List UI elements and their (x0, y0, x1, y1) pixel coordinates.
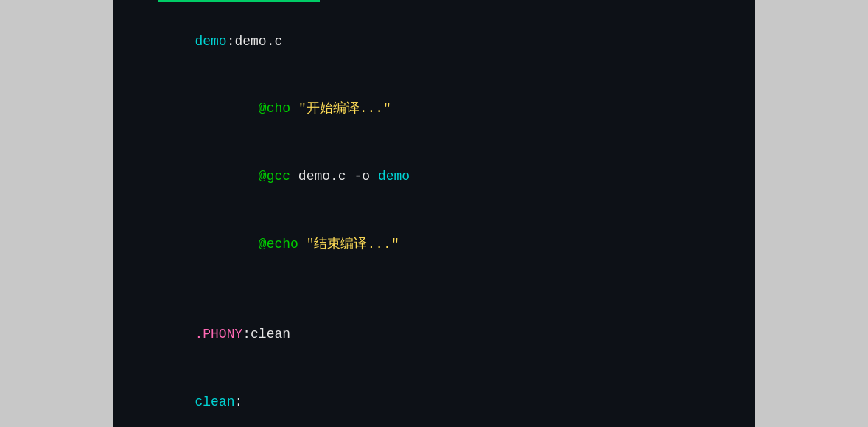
code-target: demo (195, 34, 226, 49)
code-line-4: @echo "结束编译..." (131, 210, 737, 278)
code-line-1: demo:demo.c (131, 7, 737, 75)
code-line-5 (131, 278, 737, 301)
code-line-3: @gcc demo.c -o demo (131, 143, 737, 211)
code-panel: demo:demo.c @cho "开始编译..." @gcc demo.c -… (113, 0, 755, 427)
code-line-7: clean: (131, 369, 737, 428)
main-container: demo:demo.c @cho "开始编译..." @gcc demo.c -… (0, 0, 868, 427)
code-line-6: .PHONY:clean (131, 301, 737, 369)
code-wrapper: demo:demo.c @cho "开始编译..." @gcc demo.c -… (0, 0, 868, 427)
code-line-2: @cho "开始编译..." (131, 75, 737, 143)
